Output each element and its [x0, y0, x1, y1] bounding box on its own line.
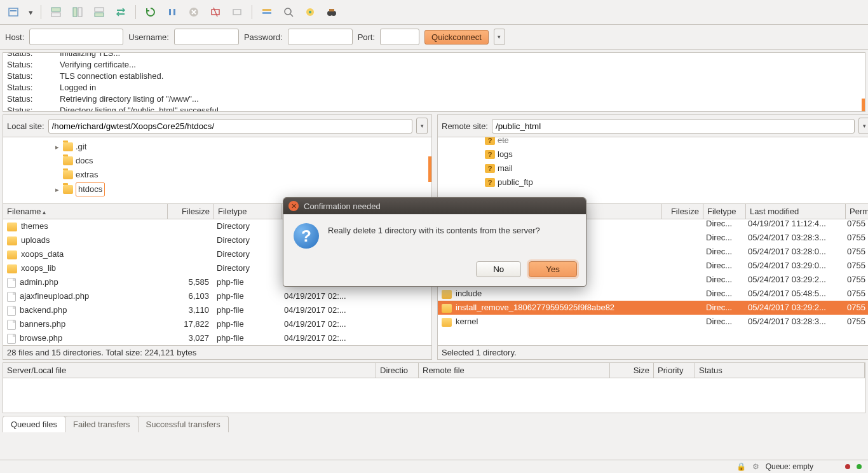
folder-icon: ? — [485, 137, 495, 145]
remote-path-input[interactable] — [492, 119, 855, 134]
filter-button[interactable] — [257, 3, 276, 22]
local-tree[interactable]: ▸.gitdocsextras▸htdocs — [3, 137, 431, 203]
folder-icon — [7, 250, 17, 259]
folder-icon: ? — [485, 164, 495, 173]
tree-item[interactable]: ?public_ftp — [438, 175, 868, 189]
queue-tabs: Queued files Failed transfers Successful… — [3, 416, 865, 432]
folder-icon — [63, 142, 73, 151]
folder-icon — [442, 318, 452, 327]
tab-success[interactable]: Successful transfers — [138, 416, 229, 432]
log-line: Status:Retrieving directory listing of "… — [3, 93, 865, 105]
svg-rect-3 — [51, 13, 60, 17]
binoculars-icon[interactable] — [322, 3, 341, 22]
port-label: Port: — [358, 32, 375, 42]
file-icon — [7, 320, 16, 330]
toggle-tree-button[interactable] — [68, 3, 87, 22]
folder-icon — [63, 156, 73, 165]
svg-rect-0 — [9, 8, 18, 16]
file-row[interactable]: includeDirec...05/24/2017 05:48:5...0755 — [438, 287, 868, 301]
svg-rect-6 — [95, 8, 104, 11]
file-row[interactable]: banners.php17,822php-file04/19/2017 02:.… — [3, 317, 431, 331]
message-log[interactable]: Status:Initializing TLS...Status:Verifyi… — [3, 52, 865, 112]
folder-icon: ? — [485, 178, 495, 187]
quickconnect-button[interactable]: Quickconnect — [424, 30, 489, 45]
tree-item[interactable]: extras — [3, 168, 431, 182]
host-label: Host: — [5, 32, 24, 42]
refresh-button[interactable] — [141, 3, 160, 22]
file-row[interactable]: backend.php3,110php-file04/19/2017 02:..… — [3, 303, 431, 317]
gear-icon[interactable]: ⚙ — [752, 462, 759, 471]
svg-point-15 — [309, 11, 311, 13]
compare-button[interactable] — [301, 3, 320, 22]
col-filename[interactable]: Filename — [3, 204, 168, 219]
transfer-queue: Server/Local file Directio Remote file S… — [3, 362, 865, 413]
queue-status: Queue: empty — [766, 462, 813, 471]
password-input[interactable] — [288, 29, 353, 45]
folder-icon — [7, 236, 17, 245]
col-remote-file[interactable]: Remote file — [419, 363, 610, 378]
col-filetype[interactable]: Filetype — [214, 204, 282, 219]
toggle-queue-button[interactable] — [90, 3, 109, 22]
folder-icon — [442, 304, 452, 313]
file-icon — [7, 306, 16, 316]
log-line: Status:Logged in — [3, 82, 865, 93]
col-local-file[interactable]: Server/Local file — [3, 363, 376, 378]
cancel-button[interactable] — [184, 3, 203, 22]
log-line: Status:Directory listing of "/public_htm… — [3, 105, 865, 112]
tree-item[interactable]: docs — [3, 154, 431, 168]
close-icon[interactable]: ✕ — [288, 201, 299, 211]
col-priority[interactable]: Priority — [654, 363, 695, 378]
reconnect-button[interactable] — [227, 3, 247, 22]
site-manager-button[interactable] — [4, 3, 23, 22]
file-row[interactable]: kernelDirec...05/24/2017 03:28:3...0755 — [438, 315, 868, 329]
process-queue-button[interactable] — [163, 3, 182, 22]
remote-tree[interactable]: ?etc ?logs?mail?public_ftp — [438, 137, 868, 203]
status-bar: 🔒 ⚙ Queue: empty — [0, 460, 868, 473]
tree-item[interactable]: ?logs — [438, 147, 868, 161]
host-input[interactable] — [29, 29, 123, 45]
toggle-log-button[interactable] — [46, 3, 65, 22]
col-direction[interactable]: Directio — [376, 363, 419, 378]
tab-queued[interactable]: Queued files — [3, 416, 65, 432]
local-path-dropdown[interactable]: ▾ — [416, 118, 428, 134]
yes-button[interactable]: Yes — [529, 261, 577, 277]
folder-icon — [7, 223, 17, 231]
remote-status: Selected 1 directory. — [438, 345, 868, 359]
no-button[interactable]: No — [476, 261, 521, 277]
tab-failed[interactable]: Failed transfers — [65, 416, 139, 432]
file-row[interactable]: install_remove_18062779595925f9f8abe82Di… — [438, 301, 868, 315]
local-path-input[interactable] — [48, 119, 412, 134]
file-row[interactable]: browse.php3,027php-file04/19/2017 02:... — [3, 331, 431, 345]
main-toolbar: ▾ — [0, 0, 868, 25]
col-filesize[interactable]: Filesize — [168, 204, 214, 219]
svg-rect-2 — [51, 8, 60, 11]
disconnect-button[interactable] — [206, 3, 225, 22]
svg-rect-1 — [10, 10, 17, 11]
port-input[interactable] — [380, 29, 419, 45]
tree-item[interactable]: ?mail — [438, 161, 868, 175]
folder-icon — [63, 170, 73, 179]
tree-item[interactable]: ▸.git — [3, 140, 431, 154]
col-status[interactable]: Status — [695, 363, 865, 378]
quickconnect-history-button[interactable]: ▾ — [494, 29, 505, 45]
col-size[interactable]: Size — [610, 363, 654, 378]
sync-browse-button[interactable] — [111, 3, 130, 22]
search-button[interactable] — [279, 3, 298, 22]
file-row[interactable]: ajaxfineupload.php6,103php-file04/19/201… — [3, 289, 431, 303]
username-input[interactable] — [174, 29, 239, 45]
remote-site-label: Remote site: — [442, 121, 488, 131]
status-dot-red — [845, 464, 850, 469]
local-tree-scrollbar[interactable] — [428, 156, 431, 182]
log-line: Status:Verifying certificate... — [3, 59, 865, 71]
folder-icon — [7, 264, 17, 273]
svg-rect-4 — [73, 8, 77, 17]
confirmation-dialog: ✕ Confirmation needed ? Really delete 1 … — [283, 197, 587, 287]
local-site-label: Local site: — [7, 121, 44, 131]
dropdown-icon[interactable]: ▾ — [25, 3, 36, 22]
tree-item[interactable]: ?etc — [438, 137, 868, 147]
remote-path-dropdown[interactable]: ▾ — [858, 118, 868, 134]
tree-item[interactable]: ▸htdocs — [3, 182, 431, 197]
log-scrollbar[interactable] — [862, 99, 865, 111]
svg-rect-12 — [262, 12, 271, 14]
log-line: Status:Initializing TLS... — [3, 52, 865, 59]
